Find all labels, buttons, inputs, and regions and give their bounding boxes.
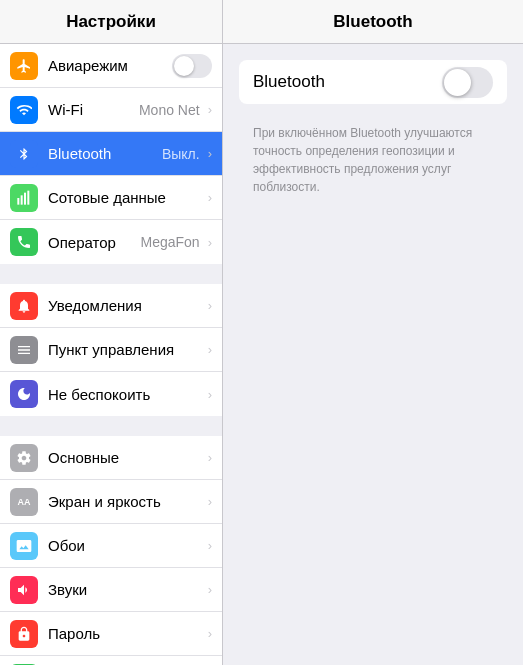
wallpaper-icon bbox=[10, 532, 38, 560]
sidebar-item-display[interactable]: AAЭкран и яркость› bbox=[0, 480, 222, 524]
sidebar-section-1: Уведомления›Пункт управления›Не беспокои… bbox=[0, 284, 222, 416]
svg-rect-3 bbox=[27, 190, 29, 204]
control-label: Пункт управления bbox=[48, 341, 204, 358]
chevron-icon: › bbox=[208, 494, 212, 509]
display-icon: AA bbox=[10, 488, 38, 516]
sidebar-section-0: АвиарежимWi-FiMono Net›BluetoothВыкл.›Со… bbox=[0, 44, 222, 264]
chevron-icon: › bbox=[208, 450, 212, 465]
sidebar-item-sounds[interactable]: Звуки› bbox=[0, 568, 222, 612]
sidebar-item-passcode[interactable]: Пароль› bbox=[0, 612, 222, 656]
chevron-icon: › bbox=[208, 102, 212, 117]
chevron-icon: › bbox=[208, 387, 212, 402]
bluetooth-label: Bluetooth bbox=[48, 145, 162, 162]
general-icon bbox=[10, 444, 38, 472]
notifications-icon bbox=[10, 292, 38, 320]
bluetooth-section: Bluetooth bbox=[239, 60, 507, 104]
chevron-icon: › bbox=[208, 626, 212, 641]
dnd-icon bbox=[10, 380, 38, 408]
display-label: Экран и яркость bbox=[48, 493, 204, 510]
chevron-icon: › bbox=[208, 298, 212, 313]
bluetooth-label: Bluetooth bbox=[253, 72, 442, 92]
toggle-knob bbox=[444, 69, 471, 96]
airplane-icon bbox=[10, 52, 38, 80]
sidebar-item-airplane[interactable]: Авиарежим bbox=[0, 44, 222, 88]
header-left-title: Настройки bbox=[0, 0, 223, 43]
cellular-label: Сотовые данные bbox=[48, 189, 204, 206]
sidebar-item-dnd[interactable]: Не беспокоить› bbox=[0, 372, 222, 416]
sidebar-item-carrier[interactable]: ОператорMegaFon› bbox=[0, 220, 222, 264]
svg-rect-1 bbox=[21, 195, 23, 204]
bluetooth-icon bbox=[10, 140, 38, 168]
chevron-icon: › bbox=[208, 538, 212, 553]
sidebar-item-cellular[interactable]: Сотовые данные› bbox=[0, 176, 222, 220]
header: Настройки Bluetooth bbox=[0, 0, 523, 44]
chevron-icon: › bbox=[208, 342, 212, 357]
chevron-icon: › bbox=[208, 146, 212, 161]
notifications-label: Уведомления bbox=[48, 297, 204, 314]
sidebar-item-battery[interactable]: Аккумулятор› bbox=[0, 656, 222, 665]
bluetooth-value: Выкл. bbox=[162, 146, 200, 162]
chevron-icon: › bbox=[208, 582, 212, 597]
header-right-title: Bluetooth bbox=[223, 0, 523, 43]
main-panel: Bluetooth При включённом Bluetooth улучш… bbox=[223, 44, 523, 665]
sidebar-item-bluetooth[interactable]: BluetoothВыкл.› bbox=[0, 132, 222, 176]
wallpaper-label: Обои bbox=[48, 537, 204, 554]
passcode-label: Пароль bbox=[48, 625, 204, 642]
wifi-value: Mono Net bbox=[139, 102, 200, 118]
bluetooth-description: При включённом Bluetooth улучшаются точн… bbox=[239, 116, 507, 208]
sidebar-section-2: Основные›AAЭкран и яркость›Обои›Звуки›Па… bbox=[0, 436, 222, 665]
sidebar-item-wifi[interactable]: Wi-FiMono Net› bbox=[0, 88, 222, 132]
bluetooth-row: Bluetooth bbox=[253, 60, 493, 104]
chevron-icon: › bbox=[208, 235, 212, 250]
carrier-icon bbox=[10, 228, 38, 256]
carrier-value: MegaFon bbox=[141, 234, 200, 250]
sounds-icon bbox=[10, 576, 38, 604]
toggle-knob bbox=[174, 56, 194, 76]
passcode-icon bbox=[10, 620, 38, 648]
svg-rect-2 bbox=[24, 192, 26, 204]
sidebar-item-control[interactable]: Пункт управления› bbox=[0, 328, 222, 372]
wifi-icon bbox=[10, 96, 38, 124]
cellular-icon bbox=[10, 184, 38, 212]
sidebar-item-notifications[interactable]: Уведомления› bbox=[0, 284, 222, 328]
chevron-icon: › bbox=[208, 190, 212, 205]
airplane-label: Авиарежим bbox=[48, 57, 172, 74]
wifi-label: Wi-Fi bbox=[48, 101, 139, 118]
content-area: АвиарежимWi-FiMono Net›BluetoothВыкл.›Со… bbox=[0, 44, 523, 665]
sounds-label: Звуки bbox=[48, 581, 204, 598]
carrier-label: Оператор bbox=[48, 234, 141, 251]
general-label: Основные bbox=[48, 449, 204, 466]
airplane-toggle[interactable] bbox=[172, 54, 212, 78]
sidebar-item-general[interactable]: Основные› bbox=[0, 436, 222, 480]
sidebar-item-wallpaper[interactable]: Обои› bbox=[0, 524, 222, 568]
sidebar: АвиарежимWi-FiMono Net›BluetoothВыкл.›Со… bbox=[0, 44, 223, 665]
control-icon bbox=[10, 336, 38, 364]
dnd-label: Не беспокоить bbox=[48, 386, 204, 403]
svg-rect-0 bbox=[17, 198, 19, 205]
bluetooth-toggle[interactable] bbox=[442, 67, 493, 98]
